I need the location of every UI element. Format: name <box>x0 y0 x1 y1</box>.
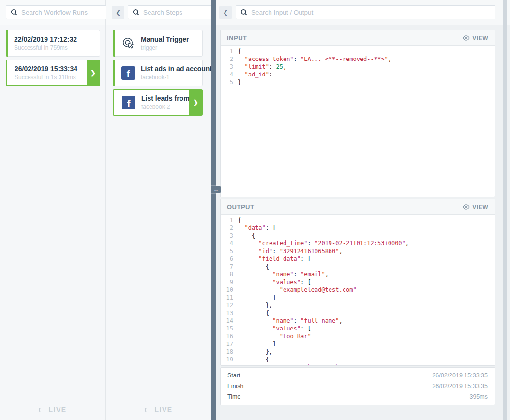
runs-list: 22/02/2019 17:12:32Successful In 759ms26… <box>0 25 105 399</box>
line-number: 16 <box>221 332 233 340</box>
step-title: List ads in ad account <box>141 65 202 73</box>
run-title: 22/02/2019 17:12:32 <box>14 35 77 43</box>
code-text: { <box>233 48 241 55</box>
run-card[interactable]: 22/02/2019 17:12:32Successful In 759ms <box>6 30 100 57</box>
line-number: 2 <box>221 55 233 63</box>
facebook-icon: f <box>121 66 135 80</box>
meta-value: 26/02/2019 15:33:35 <box>432 383 488 390</box>
output-code-editor: 1{2 "data": [3 {4 "created_time": "2019-… <box>221 215 495 365</box>
meta-value: 26/02/2019 15:33:35 <box>432 372 488 379</box>
step-card[interactable]: fList leads from adfacebook-2❯ <box>113 89 203 116</box>
selected-chevron-icon: ❯ <box>189 90 202 115</box>
code-line: 3 "limit": 25, <box>221 63 495 71</box>
code-line: 9 "values": [ <box>221 278 495 286</box>
splitter-drag-handle[interactable]: ↔ <box>211 186 221 193</box>
io-search-row: ❮ <box>216 0 510 25</box>
input-view-label: VIEW <box>472 35 488 42</box>
card-text: List ads in ad accountfacebook-1 <box>141 65 202 81</box>
output-title: OUTPUT <box>227 203 254 210</box>
runs-search-input[interactable] <box>18 9 107 16</box>
facebook-icon: f <box>121 66 135 80</box>
code-text: "Foo Bar" <box>233 333 311 340</box>
meta-value: 395ms <box>469 393 488 400</box>
live-spinner-icon <box>39 407 45 413</box>
code-line: 17 ] <box>221 340 495 348</box>
code-line: 18 }, <box>221 348 495 356</box>
code-text: ] <box>233 341 276 347</box>
line-number: 8 <box>221 270 233 278</box>
code-text: "name": "phone_number", <box>233 364 353 365</box>
input-view-button[interactable]: VIEW <box>463 35 488 42</box>
code-text: { <box>233 263 269 270</box>
code-text: "field_data": [ <box>233 255 311 262</box>
line-number: 3 <box>221 232 233 240</box>
code-line: 10 "examplelead@test.com" <box>221 286 495 294</box>
code-text: "values": [ <box>233 279 311 285</box>
line-number: 14 <box>221 317 233 325</box>
code-text: "name": "email", <box>233 271 329 278</box>
line-number: 10 <box>221 286 233 294</box>
line-number: 13 <box>221 309 233 317</box>
eye-icon <box>463 204 470 210</box>
live-label: LIVE <box>48 406 66 414</box>
manual-trigger-icon <box>121 36 135 51</box>
search-icon <box>133 9 140 16</box>
card-text: Manual Triggertrigger <box>141 35 189 51</box>
line-number: 2 <box>221 224 233 232</box>
code-text: "name": "full_name", <box>233 317 343 324</box>
code-text: "created_time": "2019-02-21T01:12:53+000… <box>233 240 409 247</box>
output-section-header: OUTPUT VIEW <box>221 199 495 215</box>
code-line: 11 ] <box>221 294 495 301</box>
code-text: "access_token": "EA... <**--removed--**>… <box>233 56 391 62</box>
panel-splitter: ↔ <box>211 0 216 420</box>
status-accent-bar <box>113 30 115 57</box>
line-number: 20 <box>221 363 233 365</box>
code-line: 3 { <box>221 232 495 240</box>
code-text: { <box>233 356 269 363</box>
meta-label: Time <box>227 393 240 400</box>
io-back-button[interactable]: ❮ <box>219 6 232 19</box>
status-accent-bar <box>6 30 8 57</box>
step-card[interactable]: fList ads in ad accountfacebook-1 <box>113 60 203 86</box>
meta-label: Start <box>227 372 240 379</box>
line-number: 11 <box>221 294 233 301</box>
facebook-icon: f <box>121 96 136 109</box>
code-line: 2 "data": [ <box>221 224 495 232</box>
code-text: { <box>233 310 269 316</box>
code-line: 16 "Foo Bar" <box>221 332 495 340</box>
code-line: 5} <box>221 78 495 86</box>
code-line: 13 { <box>221 309 495 317</box>
workflow-debugger-app: 22/02/2019 17:12:32Successful In 759ms26… <box>0 0 510 420</box>
meta-label: Finish <box>227 383 243 390</box>
output-view-button[interactable]: VIEW <box>463 204 488 210</box>
step-subtitle: trigger <box>141 45 189 51</box>
input-code-editor: 1{2 "access_token": "EA... <**--removed-… <box>221 46 495 197</box>
steps-column: ❮ Manual TriggertriggerfList ads in ad a… <box>106 0 211 420</box>
status-accent-bar <box>113 60 115 86</box>
run-meta-card: Start26/02/2019 15:33:35Finish26/02/2019… <box>220 367 495 405</box>
line-number: 4 <box>221 71 233 78</box>
steps-list: Manual TriggertriggerfList ads in ad acc… <box>106 25 211 399</box>
io-search-input[interactable] <box>248 9 495 16</box>
code-text: }, <box>233 348 272 355</box>
line-number: 1 <box>221 216 233 224</box>
search-icon <box>240 9 248 16</box>
steps-live-footer: LIVE <box>106 399 211 420</box>
io-search-box <box>236 5 495 19</box>
line-number: 12 <box>221 301 233 309</box>
code-line: 7 { <box>221 263 495 270</box>
runs-live-footer: LIVE <box>0 399 105 420</box>
meta-row: Finish26/02/2019 15:33:35 <box>221 381 495 391</box>
line-number: 15 <box>221 325 233 332</box>
output-view-label: VIEW <box>472 204 488 210</box>
live-spinner-icon <box>145 407 150 413</box>
step-card[interactable]: Manual Triggertrigger <box>113 30 203 57</box>
run-subtitle: Successful In 1s 310ms <box>15 74 77 81</box>
run-card[interactable]: 26/02/2019 15:33:34Successful In 1s 310m… <box>6 60 100 86</box>
card-text: 26/02/2019 15:33:34Successful In 1s 310m… <box>15 65 77 81</box>
code-text: } <box>233 79 241 86</box>
steps-back-button[interactable]: ❮ <box>112 6 124 19</box>
vertical-scrollbar[interactable] <box>503 0 507 420</box>
line-number: 9 <box>221 278 233 286</box>
code-text: "limit": 25, <box>233 63 286 70</box>
